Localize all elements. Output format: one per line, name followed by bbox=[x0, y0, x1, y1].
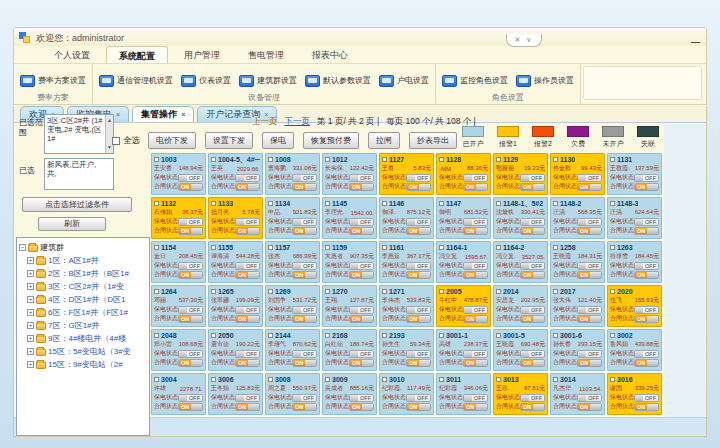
switch-state-toggle[interactable]: ON bbox=[235, 403, 260, 411]
expand-icon[interactable]: + bbox=[27, 283, 34, 290]
room-card[interactable]: 1148-2 汪清. 568.35元 保电状态 OFF 合闸状态 ON bbox=[550, 197, 605, 239]
room-checkbox[interactable] bbox=[553, 201, 558, 206]
select-all-checkbox[interactable] bbox=[112, 137, 120, 145]
room-card[interactable]: 1164-2 冯立复. 3527.05. 保电状态 OFF 合闸状态 ON bbox=[493, 241, 548, 283]
room-checkbox[interactable] bbox=[382, 201, 387, 206]
room-card[interactable]: 2017 张大伟 121.40元 保电状态 OFF 合闸状态 ON bbox=[550, 285, 605, 327]
room-card[interactable]: 3013 王欣. 97.81元 保电状态 OFF 合闸状态 ON bbox=[493, 373, 548, 415]
filter-button[interactable]: 点击选择过滤条件 bbox=[22, 197, 132, 212]
power-keep-toggle[interactable]: OFF bbox=[577, 262, 602, 270]
room-checkbox[interactable] bbox=[496, 245, 501, 250]
action-button[interactable]: 设置下发 bbox=[205, 132, 253, 149]
power-keep-toggle[interactable]: OFF bbox=[406, 262, 431, 270]
room-checkbox[interactable] bbox=[439, 157, 444, 162]
power-keep-toggle[interactable]: OFF bbox=[292, 350, 317, 358]
room-checkbox[interactable] bbox=[496, 377, 501, 382]
room-card[interactable]: 1130 佟金毅 99.43元 保电状态 OFF 合闸状态 ON bbox=[550, 153, 605, 195]
power-keep-toggle[interactable]: OFF bbox=[178, 174, 203, 182]
power-keep-toggle[interactable]: OFF bbox=[577, 350, 602, 358]
action-button[interactable]: 拉闸 bbox=[368, 132, 400, 149]
switch-state-toggle[interactable]: ON bbox=[406, 359, 431, 367]
room-checkbox[interactable] bbox=[496, 333, 501, 338]
room-checkbox[interactable] bbox=[610, 289, 615, 294]
switch-state-toggle[interactable]: ON bbox=[235, 271, 260, 279]
room-card[interactable]: 2014 安思龙 202.95元 保电状态 OFF 合闸状态 ON bbox=[493, 285, 548, 327]
switch-state-toggle[interactable]: ON bbox=[292, 359, 317, 367]
switch-state-toggle[interactable]: ON bbox=[292, 227, 317, 235]
ribbon-button[interactable]: 费率方案设置 bbox=[20, 75, 86, 87]
room-checkbox[interactable] bbox=[439, 289, 444, 294]
room-checkbox[interactable] bbox=[553, 157, 558, 162]
switch-state-toggle[interactable]: ON bbox=[634, 315, 659, 323]
switch-state-toggle[interactable]: ON bbox=[577, 315, 602, 323]
room-card[interactable]: 1127 王春. 5.83元 保电状态 OFF 合闸状态 ON bbox=[379, 153, 434, 195]
switch-state-toggle[interactable]: ON bbox=[349, 315, 374, 323]
room-card[interactable]: 1157 张杰 686.99元 保电状态 OFF 合闸状态 ON bbox=[265, 241, 320, 283]
power-keep-toggle[interactable]: OFF bbox=[463, 350, 488, 358]
room-checkbox[interactable] bbox=[154, 289, 159, 294]
power-keep-toggle[interactable]: OFF bbox=[292, 306, 317, 314]
room-card[interactable]: 1264 邓丽. 537.30元 保电状态 OFF 合闸状态 ON bbox=[151, 285, 206, 327]
power-keep-toggle[interactable]: OFF bbox=[520, 174, 545, 182]
power-keep-toggle[interactable]: OFF bbox=[634, 394, 659, 402]
power-keep-toggle[interactable]: OFF bbox=[235, 394, 260, 402]
switch-state-toggle[interactable]: ON bbox=[406, 315, 431, 323]
room-card[interactable]: 1131 王教霞. 137.59元 保电状态 OFF 合闸状态 ON bbox=[607, 153, 662, 195]
room-checkbox[interactable] bbox=[496, 289, 501, 294]
room-card[interactable]: 3006 王冬娟 125.83元 保电状态 OFF 合闸状态 ON bbox=[208, 373, 263, 415]
room-checkbox[interactable] bbox=[268, 377, 273, 382]
power-keep-toggle[interactable]: OFF bbox=[463, 262, 488, 270]
room-card[interactable]: 1004-5、4#一 王英 2029.66. 保电状态 OFF 合闸状态 ON bbox=[208, 153, 263, 195]
document-tab[interactable]: 集管操作× bbox=[132, 106, 194, 122]
room-card[interactable]: 3004 许雄 2278.71. 保电状态 OFF 合闸状态 ON bbox=[151, 373, 206, 415]
room-checkbox[interactable] bbox=[325, 377, 330, 382]
switch-state-toggle[interactable]: ON bbox=[520, 271, 545, 279]
switch-state-toggle[interactable]: ON bbox=[634, 271, 659, 279]
switch-state-toggle[interactable]: ON bbox=[520, 359, 545, 367]
switch-state-toggle[interactable]: ON bbox=[463, 403, 488, 411]
ribbon-button[interactable]: 通信管理机设置 bbox=[99, 75, 173, 87]
power-keep-toggle[interactable]: OFF bbox=[178, 306, 203, 314]
switch-state-toggle[interactable]: ON bbox=[406, 183, 431, 191]
room-card[interactable]: 1132 石佛娟. 36.37元 保电状态 OFF 合闸状态 ON bbox=[151, 197, 206, 239]
room-card[interactable]: 1269 刘国争 531.72元 保电状态 OFF 合闸状态 ON bbox=[265, 285, 320, 327]
room-card[interactable]: 3016 谢国 339.25元 保电状态 OFF 合闸状态 ON bbox=[607, 373, 662, 415]
power-keep-toggle[interactable]: OFF bbox=[349, 306, 374, 314]
switch-state-toggle[interactable]: ON bbox=[349, 183, 374, 191]
switch-state-toggle[interactable]: ON bbox=[463, 315, 488, 323]
switch-state-toggle[interactable]: ON bbox=[178, 403, 203, 411]
switch-state-toggle[interactable]: ON bbox=[634, 183, 659, 191]
room-card[interactable]: 1148-1、5#2 沈黛铁 330.41元 保电状态 OFF 合闸状态 ON bbox=[493, 197, 548, 239]
room-card[interactable]: 1148-3 汪清. 624.64元 保电状态 OFF 合闸状态 ON bbox=[607, 197, 662, 239]
action-button[interactable]: 抄表导出 bbox=[409, 132, 457, 149]
room-checkbox[interactable] bbox=[382, 157, 387, 162]
switch-state-toggle[interactable]: ON bbox=[577, 183, 602, 191]
room-checkbox[interactable] bbox=[211, 333, 216, 338]
power-keep-toggle[interactable]: OFF bbox=[349, 350, 374, 358]
room-checkbox[interactable] bbox=[211, 289, 216, 294]
tab-close-icon[interactable]: × bbox=[181, 111, 185, 118]
ribbon-tab[interactable]: 系统配置 bbox=[106, 46, 168, 63]
room-checkbox[interactable] bbox=[610, 157, 615, 162]
expand-icon[interactable]: + bbox=[27, 270, 34, 277]
room-checkbox[interactable] bbox=[154, 201, 159, 206]
room-card[interactable]: 3010 纪彩霞. 117.49元 保电状态 OFF 合闸状态 ON bbox=[379, 373, 434, 415]
switch-state-toggle[interactable]: ON bbox=[178, 315, 203, 323]
room-checkbox[interactable] bbox=[211, 201, 216, 206]
room-checkbox[interactable] bbox=[154, 157, 159, 162]
switch-state-toggle[interactable]: ON bbox=[520, 227, 545, 235]
power-keep-toggle[interactable]: OFF bbox=[235, 218, 260, 226]
switch-state-toggle[interactable]: ON bbox=[577, 359, 602, 367]
switch-state-toggle[interactable]: ON bbox=[520, 403, 545, 411]
room-checkbox[interactable] bbox=[610, 333, 615, 338]
power-keep-toggle[interactable]: OFF bbox=[634, 262, 659, 270]
power-keep-toggle[interactable]: OFF bbox=[406, 350, 431, 358]
room-checkbox[interactable] bbox=[211, 245, 216, 250]
power-keep-toggle[interactable]: OFF bbox=[292, 218, 317, 226]
room-card[interactable]: 1263 待球雪 184.45元 保电状态 OFF 合闸状态 ON bbox=[607, 241, 662, 283]
minimize-button[interactable]: — bbox=[691, 38, 700, 46]
room-checkbox[interactable] bbox=[268, 201, 273, 206]
tree-root[interactable]: − 建筑群 bbox=[19, 241, 147, 254]
switch-state-toggle[interactable]: ON bbox=[235, 359, 260, 367]
tree-item[interactable]: + 2区：B区1#井（B区1# bbox=[27, 267, 147, 280]
